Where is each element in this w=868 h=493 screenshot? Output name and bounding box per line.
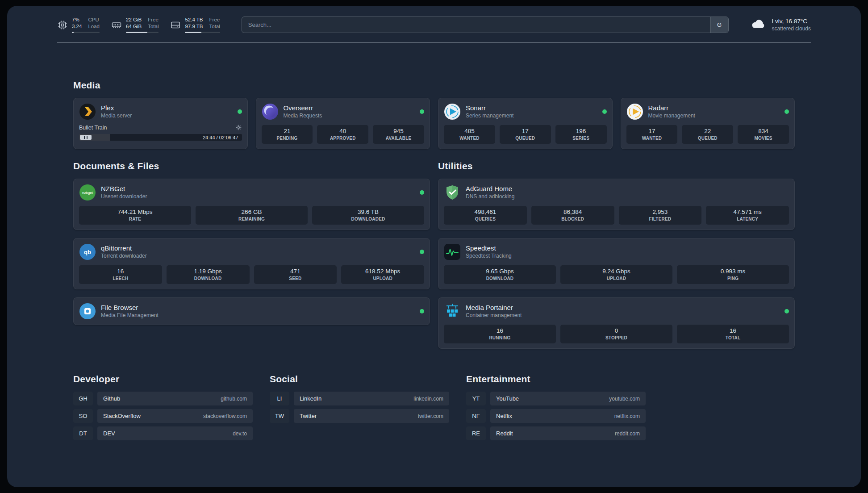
service-name: Plex [101, 104, 132, 113]
stat-tile: 1.19 Gbps DOWNLOAD [167, 265, 250, 284]
stat-label: RUNNING [446, 335, 554, 340]
service-stats: 21 PENDING 40 APPROVED 945 AVAILABLE [262, 125, 425, 144]
stat-tile: 0.993 ms PING [677, 265, 789, 284]
service-card-portainer: Media Portainer Container management 16 … [438, 297, 795, 349]
service-stats: 485 WANTED 17 QUEUED 196 SERIES [444, 125, 607, 144]
bookmark-youtube[interactable]: YT YouTube youtube.com [466, 392, 646, 405]
service-link-radarr[interactable]: Radarr Movie management [626, 103, 789, 120]
section-title-documents: Documents & Files [73, 161, 430, 171]
cloud-icon [750, 18, 767, 32]
disk-total-label: Total [209, 23, 220, 30]
service-text: Radarr Movie management [648, 104, 695, 120]
service-link-nzbget[interactable]: nzbget NZBGet Usenet downloader [79, 184, 424, 201]
stat-label: RATE [81, 217, 189, 221]
service-card-sonarr: Sonarr Series management 485 WANTED 17 Q… [438, 98, 613, 149]
service-name: AdGuard Home [466, 185, 514, 193]
stat-tile: 945 AVAILABLE [373, 125, 424, 144]
stat-tile: 0 STOPPED [560, 325, 672, 343]
cpu-usage-value: 7% [72, 17, 82, 23]
bookmark-name: Reddit [496, 430, 513, 437]
stat-label: SEED [256, 276, 335, 281]
bookmark-stackoverflow[interactable]: SO StackOverflow stackoverflow.com [73, 409, 253, 423]
service-text: AdGuard Home DNS and adblocking [466, 185, 514, 201]
service-link-speedtest[interactable]: Speedtest Speedtest Tracking [444, 243, 789, 260]
disk-meter [185, 32, 220, 33]
stat-value: 2,953 [621, 209, 700, 215]
bookmark-name: Twitter [300, 413, 317, 419]
cpu-usage-label: CPU [88, 17, 100, 23]
bookmark-abbr: TW [270, 409, 289, 423]
bookmark-linkedin[interactable]: LI LinkedIn linkedin.com [270, 392, 449, 405]
service-name: Overseerr [284, 104, 322, 113]
stat-tile: 485 WANTED [444, 125, 495, 144]
service-description: DNS and adblocking [466, 193, 514, 200]
service-description: Movie management [648, 113, 695, 119]
service-card-radarr: Radarr Movie management 17 WANTED 22 QUE… [621, 98, 795, 149]
stat-label: TOTAL [679, 335, 787, 340]
service-link-portainer[interactable]: Media Portainer Container management [444, 303, 789, 320]
service-link-adguard[interactable]: AdGuard Home DNS and adblocking [444, 184, 789, 201]
search-provider-button[interactable]: G [710, 17, 728, 33]
service-link-qbittorrent[interactable]: qb qBittorrent Torrent downloader [79, 243, 424, 260]
service-description: Container management [466, 312, 522, 319]
bookmark-github[interactable]: GH Github github.com [73, 392, 253, 405]
utilities-column: Utilities [438, 161, 795, 349]
service-text: Plex Media server [101, 104, 132, 120]
service-description: Series management [466, 113, 513, 119]
memory-icon [111, 20, 122, 30]
stat-tile: 17 QUEUED [500, 125, 551, 144]
memory-meter [126, 32, 159, 33]
bookmark-abbr: SO [73, 409, 93, 423]
stat-label: UPLOAD [562, 276, 671, 281]
bookmark-reddit[interactable]: RE Reddit reddit.com [466, 426, 646, 440]
bookmark-name: Github [103, 395, 120, 402]
stat-value: 196 [557, 128, 605, 134]
service-name: Radarr [648, 104, 695, 113]
bookmark-dev[interactable]: DT DEV dev.to [73, 426, 253, 440]
bookmark-abbr: LI [270, 392, 289, 405]
stat-tile: 9.65 Gbps DOWNLOAD [444, 265, 556, 284]
bookmark-abbr: YT [466, 392, 486, 405]
stat-label: SERIES [557, 136, 605, 141]
resource-widgets: 7% 3.24 CPU Load [57, 17, 220, 33]
service-link-overseerr[interactable]: Overseerr Media Requests [262, 103, 425, 120]
service-link-plex[interactable]: Plex Media server [79, 103, 242, 120]
service-stats: 9.65 Gbps DOWNLOAD 9.24 Gbps UPLOAD 0.99… [444, 265, 789, 284]
bookmark-twitter[interactable]: TW Twitter twitter.com [270, 409, 449, 423]
stat-value: 485 [446, 128, 493, 134]
adguard-icon [444, 184, 461, 201]
gear-icon[interactable] [235, 124, 242, 131]
topbar: 7% 3.24 CPU Load [7, 6, 861, 33]
stat-value: 40 [319, 128, 367, 134]
stat-tile: 618.52 Mbps UPLOAD [341, 265, 424, 284]
service-card-overseerr: Overseerr Media Requests 21 PENDING 40 A… [256, 98, 430, 149]
bookmark-group-developer: Developer GH Github github.com SO StackO… [73, 374, 253, 440]
bookmark-name: DEV [103, 430, 115, 437]
memory-meter-fill [126, 32, 147, 33]
stat-label: AVAILABLE [375, 136, 422, 141]
service-stats: 498,461 QUERIES 86,384 BLOCKED 2,953 FIL… [444, 206, 789, 225]
service-text: Overseerr Media Requests [284, 104, 322, 120]
weather-condition: scattered clouds [772, 25, 811, 32]
service-text: Sonarr Series management [466, 104, 513, 120]
bookmark-netflix[interactable]: NF Netflix netflix.com [466, 409, 646, 423]
bookmark-abbr: GH [73, 392, 93, 405]
bookmark-pill: Netflix netflix.com [490, 409, 646, 423]
disk-meter-fill [185, 32, 201, 33]
service-link-sonarr[interactable]: Sonarr Series management [444, 103, 607, 120]
stat-tile: 744.21 Mbps RATE [79, 206, 191, 225]
pause-button[interactable] [80, 135, 92, 140]
service-link-filebrowser[interactable]: File Browser Media File Management [79, 303, 424, 320]
stat-tile: 196 SERIES [555, 125, 607, 144]
search-input[interactable] [242, 17, 710, 33]
bookmark-url: youtube.com [609, 396, 640, 402]
service-description: Speedtest Tracking [466, 253, 512, 259]
stat-tile: 834 MOVIES [738, 125, 789, 144]
disk-widget-body: 52.4 TB 97.9 TB Free Total [185, 17, 220, 33]
bookmark-url: netflix.com [614, 413, 640, 419]
service-card-filebrowser: File Browser Media File Management [73, 297, 430, 325]
service-card-adguard: AdGuard Home DNS and adblocking 498,461 … [438, 179, 795, 230]
stat-label: DOWNLOADED [314, 217, 422, 221]
portainer-icon [444, 303, 461, 320]
stat-value: 9.24 Gbps [562, 268, 671, 275]
